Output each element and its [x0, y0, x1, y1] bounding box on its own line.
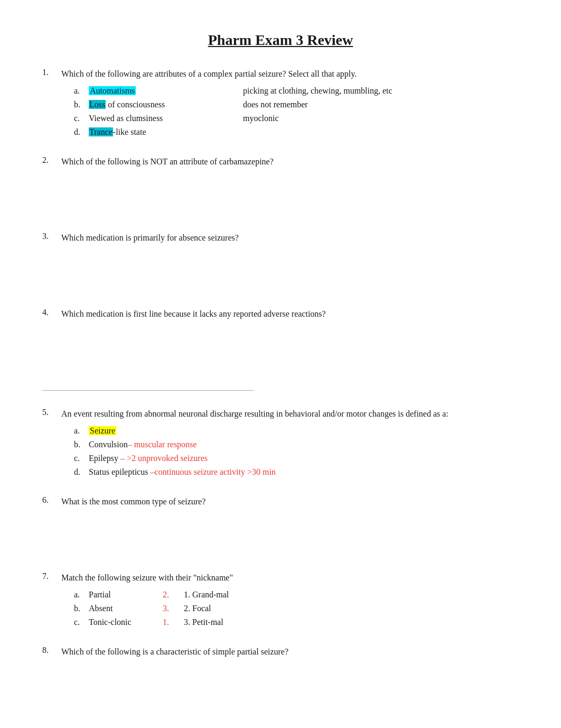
- match-number: 2.: [163, 588, 184, 601]
- answer-right: does not remember: [243, 98, 401, 111]
- answer-letter: d.: [74, 466, 89, 478]
- question-3: 3. Which medication is primarily for abs…: [42, 232, 519, 291]
- answer-right: picking at clothing, chewing, mumbling, …: [243, 85, 401, 97]
- match-letter: b.: [74, 602, 89, 615]
- answer-letter: b.: [74, 438, 89, 451]
- match-name: 3. Petit-mal: [184, 616, 268, 629]
- question-5-number: 5.: [42, 408, 61, 420]
- match-row: a. Partial 2. 1. Grand-mal: [74, 588, 519, 601]
- question-7-number: 7.: [42, 572, 61, 584]
- question-1: 1. Which of the following are attributes…: [42, 68, 519, 139]
- question-3-number: 3.: [42, 232, 61, 244]
- answer-text: Convulsion– muscular response: [89, 438, 519, 451]
- answer-text: Trance-like state: [89, 126, 243, 139]
- question-1-answers: a. Automatisms picking at clothing, chew…: [74, 85, 519, 139]
- page-title: Pharm Exam 3 Review: [42, 32, 519, 49]
- list-item: a. Automatisms picking at clothing, chew…: [74, 85, 519, 97]
- answer-letter: b.: [74, 98, 89, 111]
- answer-letter: c.: [74, 112, 89, 125]
- list-item: d. Trance-like state: [74, 126, 519, 139]
- question-4-number: 4.: [42, 308, 61, 320]
- question-6-number: 6.: [42, 495, 61, 508]
- divider: [42, 390, 254, 391]
- question-1-number: 1.: [42, 68, 61, 80]
- list-item: c. Epilepsy – >2 unprovoked seizures: [74, 452, 519, 465]
- question-4-space: [42, 325, 519, 377]
- highlight-trance: Trance: [89, 127, 113, 136]
- question-6: 6. What is the most common type of seizu…: [42, 495, 519, 555]
- highlight-loss: Loss: [89, 100, 106, 109]
- question-2-space: [42, 172, 519, 215]
- question-6-space: [42, 512, 519, 555]
- highlight-seizure: Seizure: [89, 426, 116, 435]
- question-7-text: Match the following seizure with their "…: [61, 572, 519, 584]
- question-2-number: 2.: [42, 155, 61, 168]
- question-5: 5. An event resulting from abnormal neur…: [42, 408, 519, 478]
- list-item: b. Loss of consciousness does not rememb…: [74, 98, 519, 111]
- answer-text-red: – muscular response: [128, 440, 197, 449]
- question-8: 8. Which of the following is a character…: [42, 646, 519, 658]
- list-item: a. Seizure: [74, 425, 519, 437]
- list-item: b. Convulsion– muscular response: [74, 438, 519, 451]
- answer-text-red: – >2 unprovoked seizures: [120, 454, 208, 463]
- answer-text: Viewed as clumsiness: [89, 112, 243, 125]
- match-number: 3.: [163, 602, 184, 615]
- list-item: d. Status epilepticus –continuous seizur…: [74, 466, 519, 478]
- match-letter: a.: [74, 588, 89, 601]
- match-item: Partial: [89, 588, 163, 601]
- answer-text: Epilepsy – >2 unprovoked seizures: [89, 452, 519, 465]
- match-name: 1. Grand-mal: [184, 588, 268, 601]
- question-5-answers: a. Seizure b. Convulsion– muscular respo…: [74, 425, 519, 478]
- question-5-text: An event resulting from abnormal neurona…: [61, 408, 519, 420]
- list-item: c. Viewed as clumsiness myoclonic: [74, 112, 519, 125]
- highlight-automatisms: Automatisms: [89, 86, 136, 95]
- answer-letter: d.: [74, 126, 89, 139]
- answer-letter: a.: [74, 85, 89, 97]
- match-letter: c.: [74, 616, 89, 629]
- question-2-text: Which of the following is NOT an attribu…: [61, 155, 519, 168]
- answer-text: Status epilepticus –continuous seizure a…: [89, 466, 519, 478]
- match-number: 1.: [163, 616, 184, 629]
- answer-letter: c.: [74, 452, 89, 465]
- question-7: 7. Match the following seizure with thei…: [42, 572, 519, 629]
- question-3-space: [42, 248, 519, 291]
- answer-letter: a.: [74, 425, 89, 437]
- question-8-text: Which of the following is a characterist…: [61, 646, 519, 658]
- question-7-match: a. Partial 2. 1. Grand-mal b. Absent 3. …: [74, 588, 519, 629]
- answer-text-red: –continuous seizure activity >30 min: [150, 467, 275, 476]
- match-item: Tonic-clonic: [89, 616, 163, 629]
- question-4-text: Which medication is first line because i…: [61, 308, 519, 320]
- answer-text: Seizure: [89, 425, 519, 437]
- match-name: 2. Focal: [184, 602, 268, 615]
- question-1-text: Which of the following are attributes of…: [61, 68, 519, 80]
- answer-text: Loss of consciousness: [89, 98, 243, 111]
- question-8-number: 8.: [42, 646, 61, 658]
- question-2: 2. Which of the following is NOT an attr…: [42, 155, 519, 215]
- answer-right: myoclonic: [243, 112, 401, 125]
- question-3-text: Which medication is primarily for absenc…: [61, 232, 519, 244]
- match-row: c. Tonic-clonic 1. 3. Petit-mal: [74, 616, 519, 629]
- answer-text: Automatisms: [89, 85, 243, 97]
- question-4: 4. Which medication is first line becaus…: [42, 308, 519, 391]
- match-item: Absent: [89, 602, 163, 615]
- match-row: b. Absent 3. 2. Focal: [74, 602, 519, 615]
- question-6-text: What is the most common type of seizure?: [61, 495, 519, 508]
